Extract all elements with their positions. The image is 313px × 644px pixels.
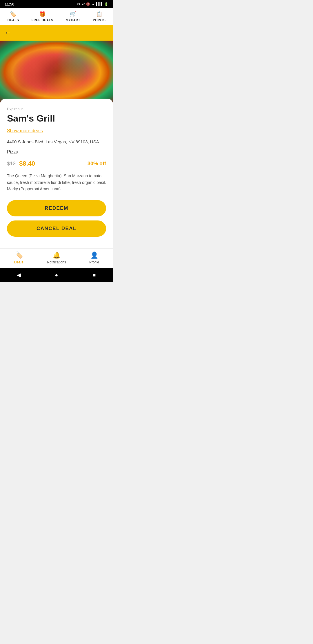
bottom-nav-notifications[interactable]: 🔔 Notifications	[45, 252, 68, 264]
shield-icon: 🛡	[81, 2, 85, 6]
bottom-profile-label: Profile	[89, 260, 99, 264]
redeem-button[interactable]: REDEEM	[7, 200, 106, 216]
back-system-button[interactable]: ◀	[16, 272, 22, 278]
battery-icon: 🔋	[104, 2, 108, 6]
nav-free-deals[interactable]: 🎁 FREE DEALS	[32, 11, 53, 22]
bottom-nav: 🏷️ Deals 🔔 Notifications 👤 Profile	[0, 248, 113, 268]
original-price: $12	[7, 161, 16, 167]
top-nav: 🏷️ DEALS 🎁 FREE DEALS 🛒 MYCART 📋 POINTS	[0, 8, 113, 25]
bottom-deals-icon: 🏷️	[15, 252, 23, 259]
address: 4400 S Jones Blvd, Las Vegas, NV 89103, …	[7, 139, 106, 145]
nav-points[interactable]: 📋 POINTS	[93, 11, 105, 22]
content-card: Expires in Sam's Grill Show more deals 4…	[0, 99, 113, 248]
nav-mycart-label: MYCART	[66, 18, 80, 22]
status-bar: 11:56 ⚙ 🛡 📵 ▲ ▌▌▌ 🔋	[0, 0, 113, 8]
cart-icon: 🛒	[70, 11, 77, 17]
bottom-notifications-label: Notifications	[47, 260, 66, 264]
deals-icon: 🏷️	[10, 11, 17, 17]
settings-icon: ⚙	[77, 2, 80, 6]
status-icons: ⚙ 🛡 📵 ▲ ▌▌▌ 🔋	[77, 2, 108, 6]
free-deals-icon: 🎁	[39, 11, 46, 17]
recent-system-button[interactable]: ■	[91, 272, 97, 278]
back-bar: ←	[0, 25, 113, 41]
bottom-deals-label: Deals	[14, 260, 23, 264]
nav-points-label: POINTS	[93, 18, 105, 22]
cancel-deal-button[interactable]: CANCEL DEAL	[7, 220, 106, 237]
points-icon: 📋	[96, 11, 103, 17]
home-system-button[interactable]: ●	[53, 272, 60, 278]
nav-deals-label: DEALS	[8, 18, 19, 22]
signal-icon: ▌▌▌	[96, 2, 103, 6]
hero-image	[0, 41, 113, 104]
nav-deals[interactable]: 🏷️ DEALS	[8, 11, 19, 22]
system-nav: ◀ ● ■	[0, 268, 113, 282]
deal-description: The Queen (Pizza Margherita). San Marzan…	[7, 173, 106, 192]
bottom-profile-icon: 👤	[90, 252, 98, 259]
expires-label: Expires in	[7, 107, 106, 111]
bottom-notifications-icon: 🔔	[53, 252, 61, 259]
show-more-deals-link[interactable]: Show more deals	[7, 128, 43, 133]
pizza-visual	[0, 41, 113, 104]
status-time: 11:56	[5, 2, 14, 6]
restaurant-name: Sam's Grill	[7, 113, 106, 124]
back-button[interactable]: ←	[5, 29, 11, 37]
pricing-row: $12 $8.40 30% off	[7, 160, 106, 167]
nosim-icon: 📵	[86, 2, 90, 6]
sale-price: $8.40	[19, 160, 35, 167]
discount-badge: 30% off	[88, 161, 106, 167]
bottom-nav-deals[interactable]: 🏷️ Deals	[7, 252, 30, 264]
nav-free-deals-label: FREE DEALS	[32, 18, 53, 22]
pizza-overlay	[0, 41, 113, 104]
wifi-icon: ▲	[92, 2, 95, 6]
category: Pizza	[7, 149, 106, 155]
nav-mycart[interactable]: 🛒 MYCART	[66, 11, 80, 22]
bottom-nav-profile[interactable]: 👤 Profile	[83, 252, 106, 264]
